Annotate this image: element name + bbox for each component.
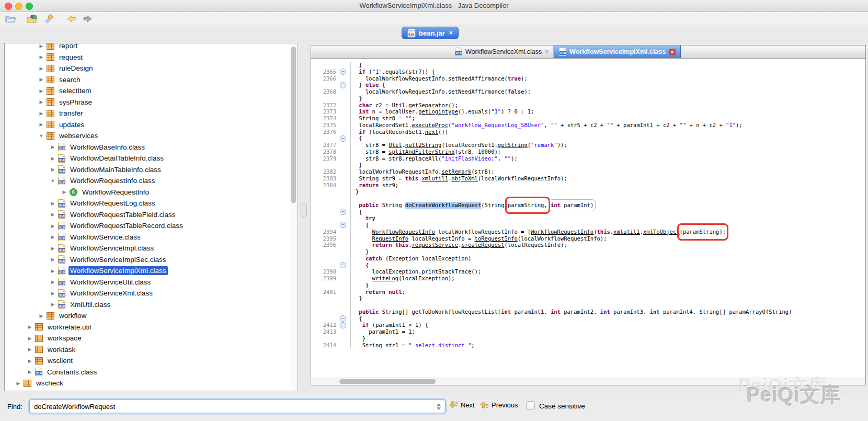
code-scrollbar-thumb[interactable] (339, 379, 436, 384)
search-icon[interactable] (43, 13, 55, 25)
tree-item[interactable]: ▶WorkflowBaseInfo.class (5, 142, 290, 153)
stepper-up-icon[interactable] (437, 403, 441, 406)
expand-arrow-icon[interactable]: ▶ (38, 111, 45, 116)
fold-icon[interactable]: − (340, 209, 346, 215)
find-input[interactable] (29, 400, 446, 413)
expand-arrow-icon[interactable]: ▶ (49, 212, 56, 217)
fold-icon[interactable]: − (340, 135, 346, 142)
splitter-handle[interactable] (301, 203, 307, 217)
back-icon[interactable] (65, 13, 77, 25)
tree-item-label: wscheck (35, 379, 65, 388)
minimize-window-button[interactable] (15, 3, 22, 10)
tree-item[interactable]: ▶workflow (5, 310, 290, 322)
line-number: 2376 (311, 129, 339, 135)
expand-arrow-icon[interactable]: ▶ (49, 156, 56, 161)
tree-item[interactable]: ▶updates (5, 119, 290, 131)
tab-close-icon[interactable]: × (669, 49, 676, 55)
tree-item[interactable]: ▼webservices (5, 130, 290, 142)
open-file-icon[interactable] (4, 13, 17, 25)
expand-arrow-icon[interactable]: ▶ (26, 358, 33, 363)
fold-icon[interactable]: − (340, 322, 346, 328)
tree-item[interactable]: ▶WorkflowServiceXml.class (5, 288, 290, 299)
tree-item[interactable]: ▶ruleDesign (5, 63, 290, 74)
expand-arrow-icon[interactable]: ▶ (38, 88, 45, 94)
find-previous-button[interactable]: Previous (481, 401, 518, 409)
tree-item[interactable]: ▶WorkflowServiceImplSec.class (5, 254, 290, 266)
case-sensitive-checkbox[interactable] (526, 401, 535, 410)
editor-tab[interactable]: WorkflowServiceImplXml.class× (554, 45, 681, 58)
expand-arrow-icon[interactable]: ▶ (26, 324, 33, 329)
code-line: 2384 return str9; (311, 182, 865, 189)
expand-arrow-icon[interactable]: ▶ (15, 381, 22, 386)
expand-arrow-icon[interactable]: ▶ (38, 54, 45, 60)
tree-item[interactable]: ▶WorkflowServiceImplXml.class (5, 265, 290, 277)
find-next-button[interactable]: Next (450, 401, 475, 409)
expand-arrow-icon[interactable]: ▶ (26, 347, 33, 352)
expand-arrow-icon[interactable]: ▶ (38, 99, 45, 105)
tree-item[interactable]: ▶search (5, 74, 290, 86)
expand-arrow-icon[interactable]: ▶ (26, 336, 33, 341)
expand-arrow-icon[interactable]: ▶ (38, 43, 45, 49)
fold-icon[interactable]: − (340, 69, 346, 75)
expand-arrow-icon[interactable]: ▶ (49, 144, 56, 150)
find-history-stepper[interactable] (433, 401, 444, 412)
tree-item[interactable]: ▶Constants.class (5, 367, 290, 378)
tree-item[interactable]: ▶selectItem (5, 85, 290, 97)
tree-item[interactable]: ▶wsclient (5, 355, 290, 367)
expand-arrow-icon[interactable]: ▶ (38, 77, 45, 82)
tree-item[interactable]: ▶workspace (5, 333, 290, 344)
tree-item[interactable]: ▶WorkflowRequestTableField.class (5, 209, 290, 221)
open-type-icon[interactable] (26, 13, 39, 25)
tree-item[interactable]: ▶transfer (5, 108, 290, 119)
tree-item[interactable]: ▶WorkflowServiceImpl.class (5, 243, 290, 254)
tree-scrollbar-thumb[interactable] (291, 47, 296, 203)
collapse-arrow-icon[interactable]: ▼ (49, 178, 56, 184)
expand-arrow-icon[interactable]: ▶ (49, 291, 56, 296)
expand-arrow-icon[interactable]: ▶ (61, 189, 68, 195)
tree-item[interactable]: ▶worktask (5, 344, 290, 356)
code-line: 2377 str8 = Util.null2String(localRecord… (311, 142, 865, 149)
tree-item[interactable]: ▶WorkflowMainTableInfo.class (5, 164, 290, 176)
expand-arrow-icon[interactable]: ▶ (38, 66, 45, 71)
editor-tab[interactable]: WorkflowServiceXml.class× (450, 45, 554, 58)
jar-tab-close-icon[interactable]: × (449, 29, 453, 37)
expand-arrow-icon[interactable]: ▶ (49, 279, 56, 285)
zoom-window-button[interactable] (26, 3, 33, 10)
stepper-down-icon[interactable] (437, 407, 441, 410)
tree-item[interactable]: ▶WorkflowDetailTableInfo.class (5, 153, 290, 164)
fold-icon[interactable]: − (340, 315, 346, 322)
tree-item[interactable]: ▼WorkflowRequestInfo.class (5, 175, 290, 187)
tree-item[interactable]: ▶WorkflowRequestLog.class (5, 198, 290, 209)
expand-arrow-icon[interactable]: ▶ (49, 234, 56, 240)
tree-item[interactable]: ▶WorkflowRequestInfo (5, 187, 290, 198)
jar-tab[interactable]: bean.jar × (402, 27, 459, 39)
expand-arrow-icon[interactable]: ▶ (49, 246, 56, 251)
tree-item[interactable]: ▶WorkflowService.class (5, 232, 290, 243)
class-file-icon (58, 154, 65, 163)
tree-item[interactable]: ▶report (5, 43, 290, 52)
tree-item[interactable]: ▶sysPhrase (5, 97, 290, 108)
expand-arrow-icon[interactable]: ▶ (49, 257, 56, 262)
tab-close-icon[interactable]: × (545, 49, 549, 55)
expand-arrow-icon[interactable]: ▶ (49, 302, 56, 307)
expand-arrow-icon[interactable]: ▶ (49, 167, 56, 172)
fold-icon[interactable]: − (340, 82, 346, 88)
tree-item[interactable]: ▶wscheck (5, 378, 290, 389)
expand-arrow-icon[interactable]: ▶ (38, 313, 45, 318)
tree-item[interactable]: ▶XmlUtil.class (5, 299, 290, 311)
tree-item[interactable]: ▶WorkflowServiceUtil.class (5, 277, 290, 288)
forward-icon[interactable] (82, 13, 94, 25)
fold-icon[interactable]: − (340, 262, 346, 268)
collapse-arrow-icon[interactable]: ▼ (38, 133, 45, 139)
expand-arrow-icon[interactable]: ▶ (49, 268, 56, 274)
fold-icon[interactable]: − (340, 222, 346, 228)
tree-item[interactable]: ▶workrelate.util (5, 322, 290, 333)
close-window-button[interactable] (5, 3, 12, 10)
expand-arrow-icon[interactable]: ▶ (49, 201, 56, 206)
tree-item[interactable]: ▶request (5, 52, 290, 63)
expand-arrow-icon[interactable]: ▶ (38, 122, 45, 127)
tree-item[interactable]: ▶WorkflowRequestTableRecord.class (5, 220, 290, 232)
expand-arrow-icon[interactable]: ▶ (49, 223, 56, 229)
code-line: 2413 paramInt1 = 1; (311, 328, 865, 335)
expand-arrow-icon[interactable]: ▶ (26, 369, 33, 374)
